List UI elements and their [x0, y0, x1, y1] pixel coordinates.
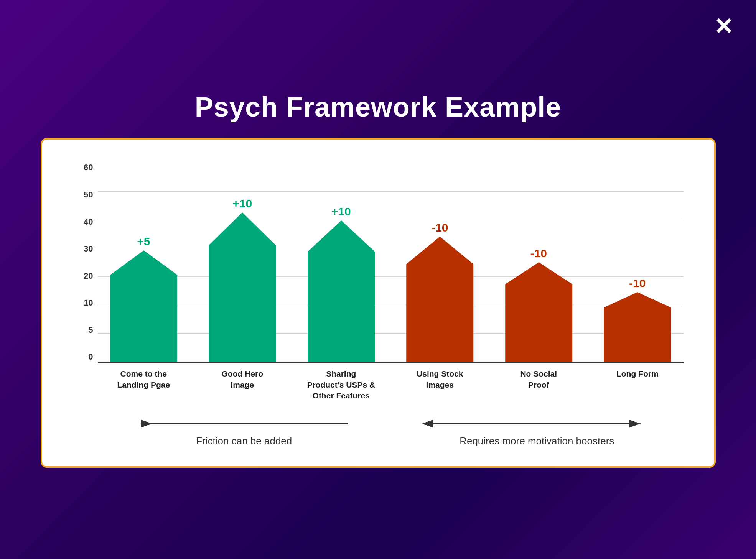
bar-group-0: +5	[98, 163, 190, 362]
bar-value-1: +10	[232, 197, 252, 210]
y-label: 50	[73, 190, 98, 200]
x-label-4: No SocialProof	[493, 368, 585, 401]
page-title: Psych Framework Example	[195, 91, 561, 123]
left-arrow-svg	[98, 415, 391, 432]
bar-value-3: -10	[432, 221, 448, 234]
svg-marker-4	[505, 262, 572, 362]
y-label: 30	[73, 244, 98, 254]
y-label: 10	[73, 298, 98, 308]
y-label: 60	[73, 163, 98, 173]
right-arrow-group: Requires more motivation boosters	[390, 415, 684, 447]
logo-icon: ✕	[714, 15, 733, 38]
y-label: 20	[73, 271, 98, 281]
arrows-section: Friction can be addedRequires more motiv…	[98, 415, 684, 447]
chart-area: 60504030201050 +5+10+10-10-10-10 Come to…	[73, 163, 684, 447]
bar-group-1: +10	[196, 163, 288, 362]
bar-group-2: +10	[295, 163, 387, 362]
x-labels: Come to theLanding PgaeGood HeroImageSha…	[98, 368, 684, 401]
bar-svg-3	[394, 237, 486, 362]
bar-value-5: -10	[629, 277, 646, 290]
bar-group-4: -10	[493, 163, 585, 362]
x-label-3: Using StockImages	[394, 368, 486, 401]
bars-row: +5+10+10-10-10-10	[98, 163, 684, 362]
x-baseline	[98, 362, 684, 363]
bar-svg-1	[196, 212, 288, 362]
y-axis: 60504030201050	[73, 163, 98, 362]
x-label-0: Come to theLanding Pgae	[98, 368, 190, 401]
y-label: 40	[73, 217, 98, 227]
bar-svg-0	[98, 250, 190, 362]
bar-svg-5	[591, 292, 684, 362]
svg-marker-1	[209, 212, 276, 362]
svg-marker-0	[110, 250, 177, 362]
bar-svg-4	[493, 262, 585, 362]
y-label: 5	[73, 325, 98, 335]
bar-value-4: -10	[530, 247, 547, 260]
x-label-1: Good HeroImage	[196, 368, 288, 401]
left-arrow-label: Friction can be added	[196, 435, 292, 447]
svg-marker-5	[604, 292, 671, 362]
chart-container: 60504030201050 +5+10+10-10-10-10 Come to…	[41, 138, 716, 467]
y-label: 0	[73, 352, 98, 362]
x-label-2: SharingProduct's USPs &Other Features	[295, 368, 387, 401]
bar-value-2: +10	[331, 205, 351, 218]
left-arrow-group: Friction can be added	[98, 415, 391, 447]
x-label-5: Long Form	[591, 368, 684, 401]
right-arrow-svg	[390, 415, 684, 432]
bar-value-0: +5	[137, 235, 150, 248]
svg-marker-3	[406, 237, 473, 362]
bars-grid: +5+10+10-10-10-10	[98, 163, 684, 362]
bar-group-5: -10	[591, 163, 684, 362]
right-arrow-label: Requires more motivation boosters	[460, 435, 614, 447]
bar-svg-2	[295, 220, 387, 362]
bar-group-3: -10	[394, 163, 486, 362]
svg-marker-2	[308, 220, 375, 362]
